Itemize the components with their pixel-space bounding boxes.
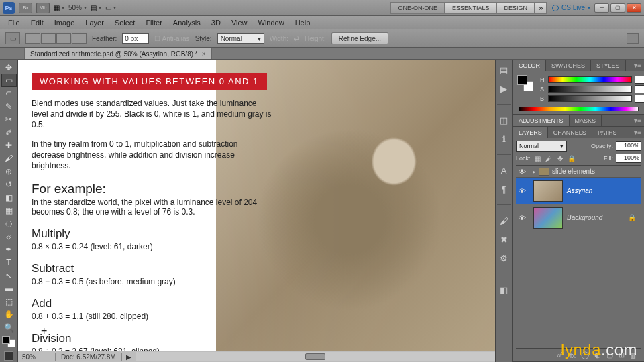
group-icon[interactable]: ▢ [606,351,613,359]
zoom-dropdown[interactable]: 50% [68,4,87,11]
quick-select-tool[interactable]: ✎ [1,100,17,113]
selection-new[interactable] [25,33,40,44]
visibility-icon[interactable]: 👁 [516,178,529,204]
group-disclosure-icon[interactable]: ▸ [529,168,539,175]
history-brush-tool[interactable]: ↺ [1,178,17,191]
heal-tool[interactable]: ✚ [1,139,17,152]
workspace-more[interactable]: » [535,2,547,14]
tab-masks[interactable]: MASKS [570,115,602,126]
layout-dropdown[interactable]: ▦ [54,4,64,11]
workspace-essentials[interactable]: ESSENTIALS [445,2,497,14]
sat-input[interactable]: 0 [635,85,644,93]
brush-panel-icon[interactable]: 🖌 [498,215,510,227]
pen-tool[interactable]: ✒ [1,243,17,255]
tab-swatches[interactable]: SWATCHES [546,60,591,71]
bri-slider[interactable] [548,95,632,102]
refine-edge-button[interactable]: Refine Edge... [331,32,388,44]
color-ramp[interactable] [519,107,639,111]
document-tab[interactable]: Standardized arithmetic.psd @ 50% (Assyr… [24,48,212,59]
color-foreground-background[interactable] [517,75,533,91]
status-arrow-icon[interactable]: ▶ [122,353,136,361]
move-tool[interactable]: ✥ [1,61,17,74]
trash-icon[interactable]: 🗑 [630,351,637,359]
window-maximize[interactable]: ▢ [610,3,625,13]
layer-fx-icon[interactable]: fx [570,351,576,359]
layer-background-row[interactable]: 👁 Background 🔒 [516,204,641,231]
paragraph-panel-icon[interactable]: ¶ [498,183,510,195]
gradient-tool[interactable]: ▦ [1,204,17,217]
selection-add[interactable] [41,33,56,44]
window-close[interactable]: ✕ [627,3,641,13]
close-tab-icon[interactable]: × [202,50,206,58]
horizontal-scrollbar[interactable] [136,352,513,361]
tool-presets-panel-icon[interactable]: ✖ [498,233,510,245]
layer-group-row[interactable]: 👁 ▸ slide elements [516,166,641,178]
zoom-tool[interactable]: 🔍 [1,321,17,334]
tool-preset-icon[interactable]: ▭ [5,32,20,44]
navigator-panel-icon[interactable]: ◧ [498,284,510,296]
fill-input[interactable]: 100% [616,154,641,163]
menu-file[interactable]: File [3,19,25,27]
settings-panel-icon[interactable]: ⚙ [498,252,510,264]
layers-panel-menu[interactable]: ▾≡ [631,129,644,136]
color-panel-menu[interactable]: ▾≡ [631,62,644,69]
new-layer-icon[interactable]: ⊞ [619,351,625,359]
crop-tool[interactable]: ✂ [1,113,17,126]
link-layers-icon[interactable]: ☍ [557,351,564,359]
histogram-panel-icon[interactable]: ◫ [498,114,510,126]
window-minimize[interactable]: ─ [594,3,609,13]
blur-tool[interactable]: ◌ [1,217,17,230]
cs-live-button[interactable]: CS Live▾ [552,4,590,11]
arrange-dropdown[interactable]: ▤ [91,4,101,11]
feather-input[interactable]: 0 px [122,33,149,44]
brush-tool[interactable]: 🖌 [1,152,17,165]
bridge-button[interactable]: Br [19,3,32,13]
type-tool[interactable]: T [1,256,17,269]
menu-select[interactable]: Select [109,19,141,27]
visibility-icon[interactable]: 👁 [516,204,529,231]
adjustment-layer-icon[interactable]: ◐ [594,351,601,359]
status-docsize[interactable]: Doc: 6.52M/27.8M [56,353,122,361]
shape-tool[interactable]: ▬ [1,282,17,295]
adj-panel-menu[interactable]: ▾≡ [631,117,644,124]
actions-panel-icon[interactable]: ▶ [498,82,510,95]
dodge-tool[interactable]: ☼ [1,230,17,243]
menu-window[interactable]: Window [253,19,290,27]
workspace-design[interactable]: DESIGN [496,2,535,14]
tab-channels[interactable]: CHANNELS [548,127,592,138]
menu-layer[interactable]: Layer [80,19,109,27]
menu-help[interactable]: Help [290,19,316,27]
path-tool[interactable]: ↖ [1,269,17,282]
menu-3d[interactable]: 3D [206,19,226,27]
minibridge-button[interactable]: Mb [36,3,50,13]
info-panel-icon[interactable]: ℹ [498,133,510,145]
selection-intersect[interactable] [72,33,87,44]
lock-transparency-icon[interactable]: ▦ [533,154,542,163]
tab-color[interactable]: COLOR [513,60,546,71]
menu-filter[interactable]: Filter [140,19,167,27]
hue-input[interactable]: 0 [635,76,644,84]
lock-pixels-icon[interactable]: 🖌 [545,154,553,163]
workspace-one-on-one[interactable]: ONE-ON-ONE [390,2,445,14]
opacity-input[interactable]: 100% [616,141,641,151]
lock-position-icon[interactable]: ✥ [556,154,565,163]
panel-toggle-icon[interactable] [627,33,639,44]
hand-tool[interactable]: ✋ [1,308,17,320]
hue-slider[interactable] [548,76,632,83]
tab-styles[interactable]: STYLES [591,60,626,71]
menu-image[interactable]: Image [49,19,80,27]
screenmode-dropdown[interactable]: ▭ [105,4,116,11]
tab-layers[interactable]: LAYERS [513,127,548,138]
menu-analysis[interactable]: Analysis [168,19,206,27]
eyedropper-tool[interactable]: ✐ [1,126,17,139]
canvas[interactable]: WORKING WITH VALUES BETWEEN 0 AND 1 Blen… [18,60,513,351]
color-swatches[interactable] [2,336,15,347]
marquee-tool[interactable]: ▭ [1,74,17,86]
lasso-tool[interactable]: ⊂ [1,87,17,100]
character-panel-icon[interactable]: A [498,164,510,176]
sat-slider[interactable] [548,86,632,93]
3d-tool[interactable]: ⬚ [1,295,17,308]
status-zoom[interactable]: 50% [18,353,56,361]
tab-paths[interactable]: PATHS [592,127,623,138]
history-panel-icon[interactable]: ▤ [498,64,510,76]
